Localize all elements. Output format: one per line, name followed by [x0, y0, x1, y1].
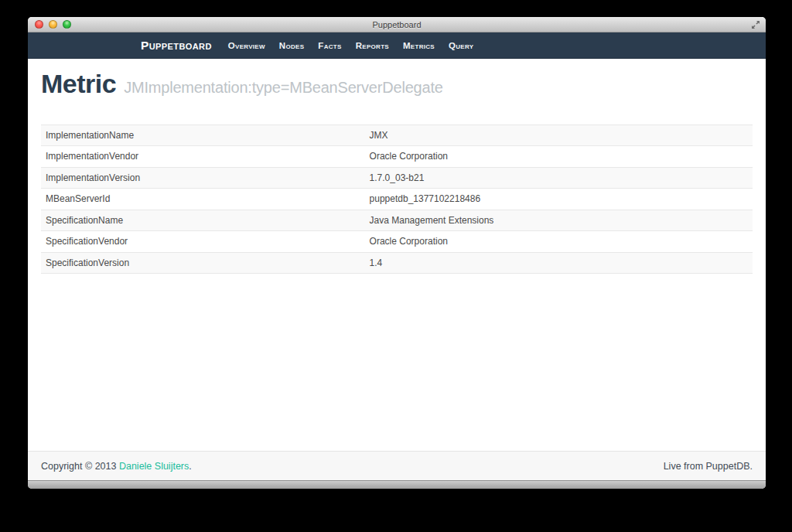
- window-titlebar[interactable]: Puppetboard: [28, 17, 766, 32]
- metric-value: 1.7.0_03-b21: [365, 167, 753, 189]
- table-row: ImplementationName JMX: [41, 124, 753, 146]
- table-row: SpecificationVersion 1.4: [41, 252, 753, 274]
- nav-item-overview[interactable]: Overview: [228, 41, 265, 50]
- window-bottom-bar[interactable]: [28, 480, 766, 489]
- table-row: ImplementationVersion 1.7.0_03-b21: [41, 167, 753, 189]
- page-content: MetricJMImplementation:type=MBeanServerD…: [28, 59, 766, 451]
- main-navbar: Puppetboard Overview Nodes Facts Reports…: [28, 32, 766, 59]
- page-title: Metric: [41, 69, 116, 98]
- table-row: SpecificationVendor Oracle Corporation: [41, 231, 753, 253]
- table-row: ImplementationVendor Oracle Corporation: [41, 146, 753, 168]
- metric-key: MBeanServerId: [41, 189, 365, 210]
- metric-value: Java Management Extensions: [365, 210, 753, 231]
- table-row: MBeanServerId puppetdb_1377102218486: [41, 189, 753, 210]
- live-status-text: Live from PuppetDB.: [664, 461, 753, 472]
- table-row: SpecificationName Java Management Extens…: [41, 210, 753, 231]
- metric-value: puppetdb_1377102218486: [365, 189, 753, 210]
- metric-key: SpecificationName: [41, 210, 365, 231]
- nav-item-nodes[interactable]: Nodes: [279, 41, 304, 50]
- nav-item-metrics[interactable]: Metrics: [403, 41, 435, 50]
- metric-key: SpecificationVendor: [41, 231, 365, 253]
- metric-table: ImplementationName JMX ImplementationVen…: [41, 124, 753, 275]
- metric-key: ImplementationName: [41, 124, 365, 146]
- copyright-text: Copyright © 2013 Daniele Sluijters.: [41, 461, 192, 472]
- metric-key: SpecificationVersion: [41, 252, 365, 274]
- page-footer: Copyright © 2013 Daniele Sluijters. Live…: [28, 451, 766, 480]
- page-subtitle: JMImplementation:type=MBeanServerDelegat…: [124, 79, 443, 96]
- app-window: Puppetboard Puppetboard Overview Nodes F…: [28, 17, 766, 489]
- copyright-prefix: Copyright © 2013: [41, 461, 119, 472]
- page-heading: MetricJMImplementation:type=MBeanServerD…: [41, 68, 753, 100]
- nav-item-reports[interactable]: Reports: [356, 41, 389, 50]
- metric-value: Oracle Corporation: [365, 146, 753, 168]
- fullscreen-arrows-icon[interactable]: [751, 20, 760, 29]
- nav-item-facts[interactable]: Facts: [318, 41, 341, 50]
- metric-key: ImplementationVersion: [41, 167, 365, 189]
- desktop-background: Puppetboard Puppetboard Overview Nodes F…: [0, 0, 792, 532]
- nav-item-query[interactable]: Query: [449, 41, 473, 50]
- window-title: Puppetboard: [28, 17, 766, 32]
- copyright-suffix: .: [189, 461, 191, 472]
- author-link[interactable]: Daniele Sluijters: [119, 461, 189, 472]
- metric-value: 1.4: [365, 252, 753, 274]
- metric-value: Oracle Corporation: [365, 231, 753, 253]
- metric-key: ImplementationVendor: [41, 146, 365, 168]
- navbar-brand[interactable]: Puppetboard: [141, 39, 212, 53]
- metric-value: JMX: [365, 124, 753, 146]
